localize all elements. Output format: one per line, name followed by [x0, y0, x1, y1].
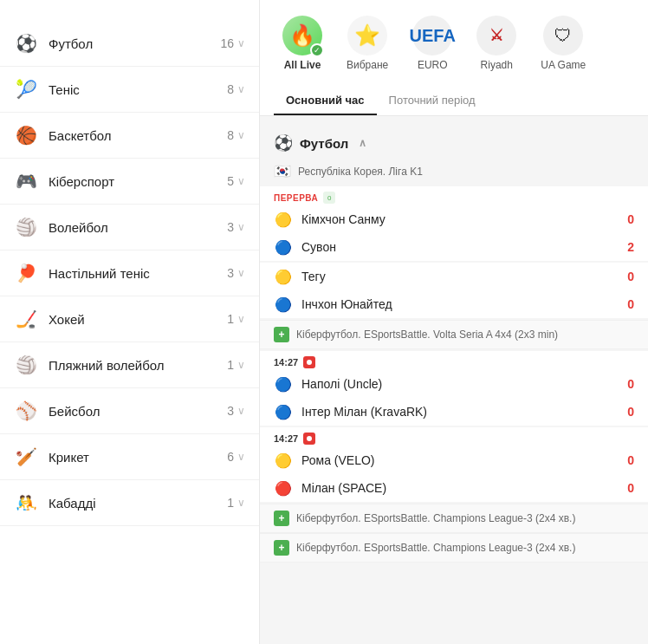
category-euro[interactable]: UEFA EURO [404, 10, 461, 76]
score1: 0 [617, 212, 634, 226]
esports-label: Кіберфутбол. ESportsBattle. Champions Le… [296, 512, 575, 524]
live-dot [303, 356, 315, 368]
euro-label: EURO [418, 59, 448, 71]
chevron-icon: ∨ [237, 405, 245, 417]
sidebar-item-esports[interactable]: 🎮 Кіберспорт 5 ∨ [0, 159, 259, 205]
esports-label: Кіберфутбол. ESportsBattle. Champions Le… [296, 542, 575, 554]
ua-game-icon-wrap: 🛡 [543, 16, 583, 55]
sport-name-table-tennis: Настільний теніс [49, 266, 227, 281]
sport-count-cricket: 6 ∨ [227, 450, 245, 464]
chevron-icon: ∨ [237, 267, 245, 279]
sport-count-baseball: 3 ∨ [227, 404, 245, 418]
chevron-icon: ∨ [237, 37, 245, 49]
team1-name: Наполі (Uncle) [301, 377, 608, 391]
esports-row-esports-3: + Кіберфутбол. ESportsBattle. Champions … [260, 504, 648, 533]
team1-logo: 🟡 [274, 267, 293, 286]
table-tennis-icon: 🏓 [14, 261, 38, 285]
category-tabs: 🔥 ✓ All Live ⭐ Вибране UEFA EURO ⚔ Riyad… [260, 0, 648, 116]
live-dot [303, 433, 315, 445]
football-section-expand[interactable]: ∧ [359, 137, 366, 149]
team2-name: Інчхон Юнайтед [301, 297, 608, 311]
esports-row-esports-1: + Кіберфутбол. ESportsBattle. Volta Seri… [260, 320, 648, 349]
match-time: 14:27 [274, 433, 298, 444]
chevron-icon: ∨ [237, 313, 245, 325]
match-block-match-1: ПЕРЕРВА 0 🟡 Кімхчон Санму 0 🔵 Сувон 2 [260, 186, 648, 261]
team1-name: Тегу [301, 270, 608, 283]
esports-plus-icon: + [274, 327, 289, 342]
sidebar-item-baseball[interactable]: ⚾ Бейсбол 3 ∨ [0, 388, 259, 434]
kabaddi-icon: 🤼 [14, 491, 38, 515]
team2-logo: 🔵 [274, 295, 293, 314]
category-ua-game[interactable]: 🛡 UA Game [532, 10, 594, 76]
euro-icon-wrap: UEFA [412, 16, 452, 55]
main-panel: 🔥 ✓ All Live ⭐ Вибране UEFA EURO ⚔ Riyad… [260, 0, 648, 644]
sport-name-tennis: Теніс [49, 82, 227, 97]
tennis-icon: 🎾 [14, 77, 38, 101]
sport-count-football: 16 ∨ [220, 36, 245, 50]
favorites-label: Вибране [347, 59, 388, 71]
all-live-label: All Live [284, 59, 321, 71]
league-name: Республіка Корея. Ліга K1 [298, 166, 423, 178]
football-section-sport-name: Футбол [300, 136, 348, 151]
category-favorites[interactable]: ⭐ Вибране [338, 10, 397, 76]
team2-row[interactable]: 🔴 Мілан (SPACE) 0 [260, 474, 648, 502]
team2-name: Інтер Мілан (KravaRK) [301, 405, 608, 419]
team1-logo: 🟡 [274, 451, 293, 470]
sport-count-beach-volleyball: 1 ∨ [227, 358, 245, 372]
sport-count-hockey: 1 ∨ [227, 312, 245, 326]
chevron-icon: ∨ [237, 83, 245, 95]
sport-name-baseball: Бейсбол [49, 404, 227, 419]
team1-logo: 🟡 [274, 210, 293, 229]
sidebar-item-beach-volleyball[interactable]: 🏐 Пляжний волейбол 1 ∨ [0, 342, 259, 388]
team1-row[interactable]: 🟡 Тегу 0 [260, 263, 648, 290]
category-icons-row: 🔥 ✓ All Live ⭐ Вибране UEFA EURO ⚔ Riyad… [274, 10, 634, 76]
team2-row[interactable]: 🔵 Сувон 2 [260, 233, 648, 261]
sidebar-item-tennis[interactable]: 🎾 Теніс 8 ∨ [0, 67, 259, 113]
team2-name: Сувон [301, 240, 608, 254]
football-section-sport-icon: ⚽ [274, 133, 293, 153]
team1-row[interactable]: 🔵 Наполі (Uncle) 0 [260, 370, 648, 398]
team2-row[interactable]: 🔵 Інчхон Юнайтед 0 [260, 290, 648, 318]
sport-name-esports: Кіберспорт [49, 174, 227, 189]
score2: 0 [617, 405, 634, 419]
category-riyadh[interactable]: ⚔ Riyadh [468, 10, 525, 76]
esports-icon: 🎮 [14, 169, 38, 193]
team1-logo: 🔵 [274, 374, 293, 394]
cricket-icon: 🏏 [14, 445, 38, 469]
match-time: 14:27 [274, 357, 298, 368]
status-badge: ПЕРЕРВА [274, 193, 318, 203]
time-tab-current-period[interactable]: Поточний період [377, 88, 488, 115]
sport-count-table-tennis: 3 ∨ [227, 266, 245, 280]
beach-volleyball-icon: 🏐 [14, 353, 38, 377]
sidebar-item-basketball[interactable]: 🏀 Баскетбол 8 ∨ [0, 113, 259, 159]
score1: 0 [617, 453, 634, 467]
match-block-match-4: 14:27 🟡 Рома (VELO) 0 🔴 Мілан (SPACE) 0 [260, 427, 648, 502]
sidebar-item-volleyball[interactable]: 🏐 Волейбол 3 ∨ [0, 205, 259, 250]
sidebar-item-hockey[interactable]: 🏒 Хокей 1 ∨ [0, 296, 259, 342]
team2-name: Мілан (SPACE) [301, 481, 608, 495]
team1-name: Кімхчон Санму [301, 212, 608, 226]
team1-name: Рома (VELO) [301, 453, 608, 467]
sidebar-item-football[interactable]: ⚽ Футбол 16 ∨ [0, 21, 259, 67]
sidebar-item-table-tennis[interactable]: 🏓 Настільний теніс 3 ∨ [0, 250, 259, 296]
sidebar-item-kabaddi[interactable]: 🤼 Кабадді 1 ∨ [0, 480, 259, 526]
team2-logo: 🔵 [274, 402, 293, 421]
sport-name-cricket: Крикет [49, 450, 227, 465]
team1-row[interactable]: 🟡 Рома (VELO) 0 [260, 446, 648, 474]
match-block-match-2: 🟡 Тегу 0 🔵 Інчхон Юнайтед 0 [260, 263, 648, 318]
all-live-icon-wrap: 🔥 ✓ [282, 16, 322, 55]
sport-count-esports: 5 ∨ [227, 174, 245, 188]
team2-row[interactable]: 🔵 Інтер Мілан (KravaRK) 0 [260, 398, 648, 426]
esports-label: Кіберфутбол. ESportsBattle. Volta Seria … [296, 329, 558, 341]
time-tab-main-time[interactable]: Основний час [274, 88, 377, 115]
chevron-icon: ∨ [237, 359, 245, 371]
hockey-icon: 🏒 [14, 307, 38, 331]
team1-row[interactable]: 🟡 Кімхчон Санму 0 [260, 205, 648, 233]
sport-name-football: Футбол [49, 36, 220, 51]
football-icon: ⚽ [14, 31, 38, 55]
sport-name-beach-volleyball: Пляжний волейбол [49, 358, 227, 373]
sidebar-item-cricket[interactable]: 🏏 Крикет 6 ∨ [0, 434, 259, 480]
team2-logo: 🔵 [274, 237, 293, 257]
category-all-live[interactable]: 🔥 ✓ All Live [274, 10, 331, 76]
chevron-icon: ∨ [237, 451, 245, 463]
